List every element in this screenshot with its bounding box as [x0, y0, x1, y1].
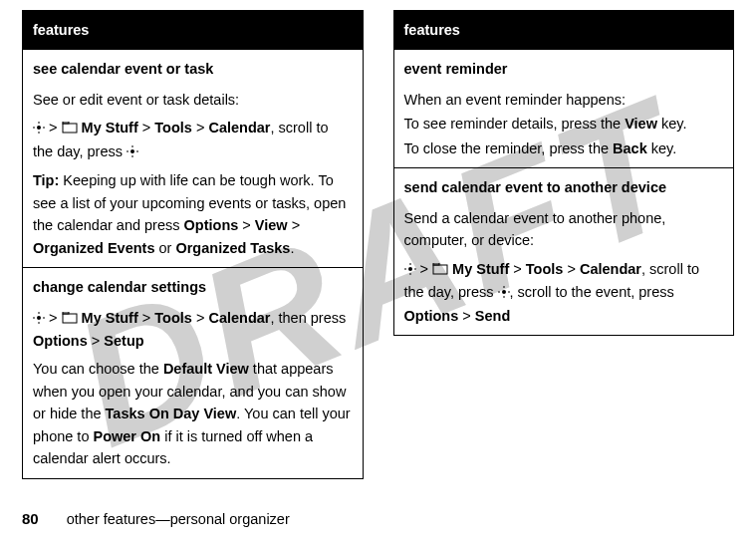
- nav-tools: Tools: [526, 261, 564, 277]
- nav-text: >: [45, 120, 62, 136]
- nav-text: >: [458, 308, 475, 324]
- tip-options: Options: [184, 217, 239, 233]
- nav-text: >: [138, 120, 155, 136]
- nav-mystuff: My Stuff: [82, 120, 138, 136]
- tip-org-events: Organized Events: [33, 240, 154, 256]
- nav-text: >: [416, 261, 433, 277]
- nav-options: Options: [33, 333, 88, 349]
- body-defview: Default View: [163, 361, 249, 377]
- svg-rect-1: [63, 124, 77, 133]
- tip-gt: >: [238, 217, 255, 233]
- nav-text: , scroll to the event, press: [510, 284, 674, 300]
- tip-view: View: [255, 217, 288, 233]
- svg-point-7: [408, 267, 412, 271]
- line3-key: Back: [613, 140, 647, 156]
- line2-pre: To see reminder details, press the: [404, 116, 626, 132]
- svg-point-4: [37, 316, 41, 320]
- nav-text: >: [509, 261, 526, 277]
- nav-text: >: [192, 310, 209, 326]
- body-text: To see reminder details, press the View …: [404, 113, 724, 135]
- nav-mystuff: My Stuff: [452, 261, 509, 277]
- nav-send: Send: [475, 308, 510, 324]
- svg-rect-9: [433, 263, 439, 265]
- svg-point-10: [502, 290, 506, 294]
- center-key-icon: [498, 282, 510, 304]
- tip-org-tasks: Organized Tasks: [175, 240, 290, 256]
- tip-or: or: [154, 240, 175, 256]
- right-section-1: send calendar event to another device Se…: [393, 168, 734, 336]
- nav-calendar: Calendar: [208, 120, 270, 136]
- folder-icon: [432, 259, 448, 281]
- folder-icon: [62, 308, 78, 330]
- section-title: change calendar settings: [33, 276, 353, 298]
- body-text: When an event reminder happens:: [404, 89, 724, 111]
- body-text: To close the reminder, press the Back ke…: [404, 137, 724, 159]
- page-number: 80: [22, 510, 39, 527]
- nav-text: , then press: [270, 310, 346, 326]
- line2-post: key.: [657, 116, 687, 132]
- page-footer: 80other features—personal organizer: [22, 510, 290, 527]
- section-title: send calendar event to another device: [404, 176, 724, 198]
- right-header: features: [393, 11, 734, 50]
- svg-point-0: [37, 126, 41, 130]
- right-table: features event reminder When an event re…: [393, 10, 735, 336]
- center-key-icon: [126, 141, 138, 163]
- nav-tools: Tools: [154, 310, 192, 326]
- tip-period: .: [290, 240, 294, 256]
- left-section-0: see calendar event or task See or edit e…: [23, 50, 364, 268]
- content-columns: features see calendar event or task See …: [22, 10, 734, 479]
- tip-gt: >: [288, 217, 301, 233]
- nav-text: >: [138, 310, 155, 326]
- body-text: You can choose the Default View that app…: [33, 358, 353, 469]
- left-table: features see calendar event or task See …: [22, 10, 364, 479]
- nav-path: > My Stuff > Tools > Calendar, scroll to…: [33, 117, 353, 163]
- left-section-1: change calendar settings > My Stuff > To…: [23, 268, 364, 479]
- svg-rect-2: [63, 122, 69, 124]
- section-title: see calendar event or task: [33, 58, 353, 80]
- section-title: event reminder: [404, 58, 724, 80]
- center-key-icon: [404, 259, 416, 281]
- tip-label: Tip:: [33, 172, 59, 188]
- center-key-icon: [33, 308, 45, 330]
- svg-rect-8: [433, 265, 447, 274]
- right-column: features event reminder When an event re…: [393, 10, 735, 479]
- svg-rect-5: [63, 314, 77, 323]
- nav-calendar: Calendar: [208, 310, 270, 326]
- footer-text: other features—personal organizer: [67, 511, 290, 527]
- body-text: Send a calendar event to another phone, …: [404, 207, 724, 252]
- left-column: features see calendar event or task See …: [22, 10, 364, 479]
- nav-path: > My Stuff > Tools > Calendar, then pres…: [33, 307, 353, 353]
- line3-post: key.: [647, 140, 677, 156]
- left-header: features: [23, 11, 364, 50]
- right-section-0: event reminder When an event reminder ha…: [393, 50, 734, 168]
- body-tasks: Tasks On Day View: [106, 406, 237, 421]
- body-pre: You can choose the: [33, 361, 163, 377]
- nav-text: >: [45, 310, 62, 326]
- svg-rect-6: [63, 312, 69, 314]
- nav-text: >: [88, 333, 105, 349]
- line3-pre: To close the reminder, press the: [404, 140, 614, 156]
- nav-mystuff: My Stuff: [82, 310, 138, 326]
- folder-icon: [62, 118, 78, 139]
- nav-tools: Tools: [154, 120, 192, 136]
- nav-setup: Setup: [104, 333, 143, 349]
- tip-text: Tip: Keeping up with life can be tough w…: [33, 169, 353, 259]
- nav-path: > My Stuff > Tools > Calendar, scroll to…: [404, 258, 724, 327]
- svg-point-3: [130, 149, 134, 153]
- nav-text: >: [563, 261, 580, 277]
- body-text: See or edit event or task details:: [33, 89, 353, 111]
- nav-options: Options: [404, 308, 459, 324]
- body-poweron: Power On: [93, 428, 160, 444]
- nav-calendar: Calendar: [580, 261, 641, 277]
- line2-key: View: [625, 116, 657, 132]
- nav-text: >: [192, 120, 209, 136]
- center-key-icon: [33, 118, 45, 139]
